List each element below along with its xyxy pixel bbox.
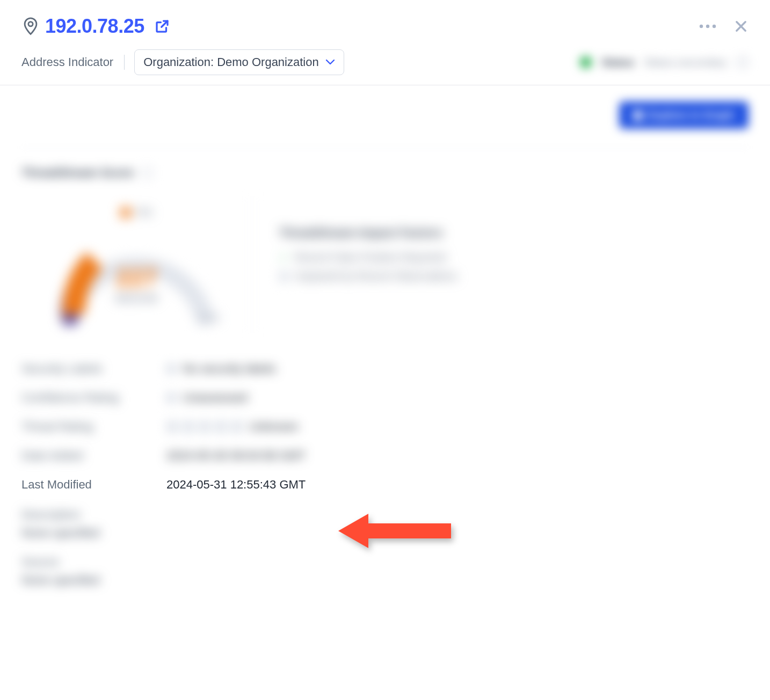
star-icon <box>183 421 194 433</box>
header-actions <box>698 19 749 34</box>
svg-point-0 <box>28 22 33 26</box>
security-labels-row: Security Labels No security labels <box>21 354 749 383</box>
date-added-row: Date Added 2024-05-30 09:04:58 GMT <box>21 441 749 470</box>
description-block: Description None specified <box>21 508 749 540</box>
rating-icon <box>166 393 176 403</box>
last-modified-value: 2024-05-31 12:55:43 GMT <box>166 478 306 492</box>
location-pin-icon <box>21 17 40 35</box>
last-modified-row: Last Modified 2024-05-31 12:55:43 GMT <box>21 470 749 499</box>
graph-icon <box>633 111 643 120</box>
status-primary: Status <box>601 56 634 69</box>
detail-label: Date Added <box>21 449 166 463</box>
cta-row: Explore in Graph <box>21 101 749 129</box>
detail-value: 2024-05-30 09:04:58 GMT <box>166 449 306 463</box>
close-icon[interactable] <box>733 19 749 34</box>
star-rating <box>166 421 243 433</box>
svg-point-1 <box>700 25 703 28</box>
status-indicator-group: Status Status secondary <box>580 56 749 69</box>
status-secondary: Status secondary <box>644 56 727 69</box>
factor-item-label: Recent False Positive Reported <box>295 251 446 264</box>
gauge-legend-label: Hits <box>136 207 152 218</box>
score-gauge: 227 MEDIUM 0 1000 <box>48 225 226 327</box>
detail-value: No security labels <box>166 362 276 376</box>
star-icon <box>166 421 178 433</box>
detail-value: Unassessed <box>166 391 248 405</box>
info-circle-icon <box>141 167 153 179</box>
external-link-icon[interactable] <box>153 17 171 35</box>
source-block: Source None specified <box>21 555 749 587</box>
info-circle-icon <box>737 56 749 68</box>
explore-button[interactable]: Explore in Graph <box>619 101 749 129</box>
detail-label: Security Labels <box>21 362 166 376</box>
ip-address-title[interactable]: 192.0.78.25 <box>45 15 144 38</box>
details-list: Security Labels No security labels Confi… <box>21 354 749 587</box>
legend-swatch-icon <box>121 208 130 217</box>
section-title: ThreatStream Score <box>21 166 153 180</box>
gauge-row: Hits 227 MEDIUM 0 1000 ThreatStream Impa… <box>21 196 749 333</box>
more-options-icon[interactable] <box>698 23 717 30</box>
gauge-min: 0 <box>61 313 67 324</box>
detail-label: Confidence Rating <box>21 391 166 405</box>
star-icon <box>231 421 243 433</box>
explore-button-label: Explore in Graph <box>648 109 735 121</box>
star-icon <box>199 421 210 433</box>
factor-item-label: Impacted by Recent Observations <box>295 270 457 282</box>
gauge-value: 227 <box>48 263 226 292</box>
description-value: None specified <box>21 526 749 540</box>
svg-point-2 <box>706 25 709 28</box>
section-separator <box>21 147 749 148</box>
box-icon <box>279 272 289 281</box>
tag-icon <box>166 364 176 374</box>
detail-value: Unknown <box>166 420 299 434</box>
score-gauge-card: Hits 227 MEDIUM 0 1000 <box>21 196 252 333</box>
svg-point-3 <box>713 25 716 28</box>
header-region: 192.0.78.25 Address <box>0 0 770 85</box>
indicator-type-label: Address Indicator <box>21 55 113 69</box>
gauge-sublabel: MEDIUM <box>48 293 226 304</box>
check-icon: ✓ <box>279 251 288 264</box>
confidence-rating-row: Confidence Rating Unassessed <box>21 383 749 412</box>
factor-item: Impacted by Recent Observations <box>279 270 457 282</box>
impact-factors-card: ThreatStream Impact Factors ✓ Recent Fal… <box>279 196 457 333</box>
title-row: 192.0.78.25 <box>21 15 749 38</box>
threat-rating-row: Threat Rating Unknown <box>21 412 749 441</box>
content-region: Explore in Graph ThreatStream Score Hits… <box>0 85 770 603</box>
source-value: None specified <box>21 573 749 587</box>
factor-item: ✓ Recent False Positive Reported <box>279 251 457 264</box>
impact-factors-title: ThreatStream Impact Factors <box>279 226 457 240</box>
organization-dropdown[interactable]: Organization: Demo Organization <box>134 49 344 75</box>
section-title-label: ThreatStream Score <box>21 166 134 180</box>
description-label: Description <box>21 508 749 522</box>
chevron-down-icon <box>325 59 335 65</box>
organization-dropdown-label: Organization: Demo Organization <box>143 55 319 69</box>
subheader-row: Address Indicator Organization: Demo Org… <box>21 49 749 75</box>
gauge-legend: Hits <box>38 207 236 218</box>
detail-label: Threat Rating <box>21 420 166 434</box>
vertical-divider <box>124 55 125 70</box>
last-modified-label: Last Modified <box>21 478 166 492</box>
status-dot-icon <box>580 56 592 68</box>
gauge-max: 1000 <box>198 313 220 324</box>
source-label: Source <box>21 555 749 569</box>
star-icon <box>215 421 227 433</box>
